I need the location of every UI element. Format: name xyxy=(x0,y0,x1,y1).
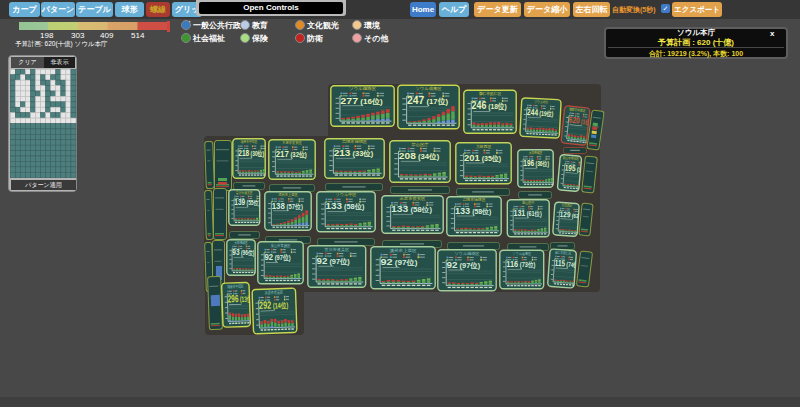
svg-text:富川市遠美区: 富川市遠美区 xyxy=(236,190,253,194)
svg-text:安山市常緑区: 安山市常緑区 xyxy=(271,242,291,248)
svg-text:水原市長安区: 水原市長安区 xyxy=(400,196,426,201)
svg-text:高陽市徳陽区: 高陽市徳陽区 xyxy=(462,197,485,202)
svg-text:218 (30位): 218 (30位) xyxy=(238,148,264,158)
svg-text:城南市中院区: 城南市中院区 xyxy=(226,283,244,290)
svg-text:清州市上党区: 清州市上党区 xyxy=(389,248,417,253)
svg-text:清州市上党区: 清州市上党区 xyxy=(278,192,298,197)
svg-text:247 (17位): 247 (17位) xyxy=(407,95,448,106)
svg-text:277 (16位): 277 (16位) xyxy=(340,95,383,105)
svg-text:133 (58位): 133 (58位) xyxy=(455,206,491,216)
svg-text:富川市遠美区: 富川市遠美区 xyxy=(325,247,349,252)
svg-text:水原市長安区: 水原市長安区 xyxy=(282,140,302,145)
svg-text:116 (73位): 116 (73位) xyxy=(506,258,535,269)
svg-text:ソウル中区: ソウル中区 xyxy=(534,99,549,104)
svg-text:133 (58位): 133 (58位) xyxy=(326,201,366,212)
svg-text:213 (33位): 213 (33位) xyxy=(334,147,374,158)
svg-text:133 (58位): 133 (58位) xyxy=(391,204,433,214)
svg-text:92 (97位): 92 (97位) xyxy=(381,257,418,268)
svg-text:93 (96位): 93 (96位) xyxy=(232,248,254,258)
svg-text:217 (32位): 217 (32位) xyxy=(276,149,307,160)
svg-text:水原市長安区: 水原市長安区 xyxy=(264,289,284,295)
svg-text:ソウル鐘路区: ソウル鐘路区 xyxy=(455,251,480,256)
svg-text:大田西区: 大田西区 xyxy=(476,143,492,148)
svg-text:208 (34位): 208 (34位) xyxy=(399,150,440,161)
svg-text:龍山区庁: 龍山区庁 xyxy=(412,142,429,147)
svg-text:92 (97位): 92 (97位) xyxy=(316,255,350,266)
svg-text:大田儒城区: 大田儒城区 xyxy=(234,240,248,244)
svg-text:ソウル成東区: ソウル成東区 xyxy=(415,86,442,91)
svg-text:城南市中院区: 城南市中院区 xyxy=(240,139,258,145)
svg-text:大田西区: 大田西区 xyxy=(561,203,572,208)
svg-text:龍山区庁: 龍山区庁 xyxy=(522,201,535,205)
svg-text:196 (36位): 196 (36位) xyxy=(523,158,549,168)
svg-text:92 (97位): 92 (97位) xyxy=(447,259,481,270)
svg-text:138 (57位): 138 (57位) xyxy=(272,200,303,211)
svg-text:ソウル成東区: ソウル成東区 xyxy=(512,250,531,255)
svg-text:139 (55位): 139 (55位) xyxy=(234,198,260,208)
svg-text:131 (61位): 131 (61位) xyxy=(513,208,541,218)
svg-text:ソウル中区: ソウル中区 xyxy=(336,192,357,197)
svg-text:ソウル鐘路区: ソウル鐘路区 xyxy=(349,87,377,92)
svg-text:92 (97位): 92 (97位) xyxy=(264,251,290,262)
svg-text:大田儒城区: 大田儒城区 xyxy=(529,150,543,156)
